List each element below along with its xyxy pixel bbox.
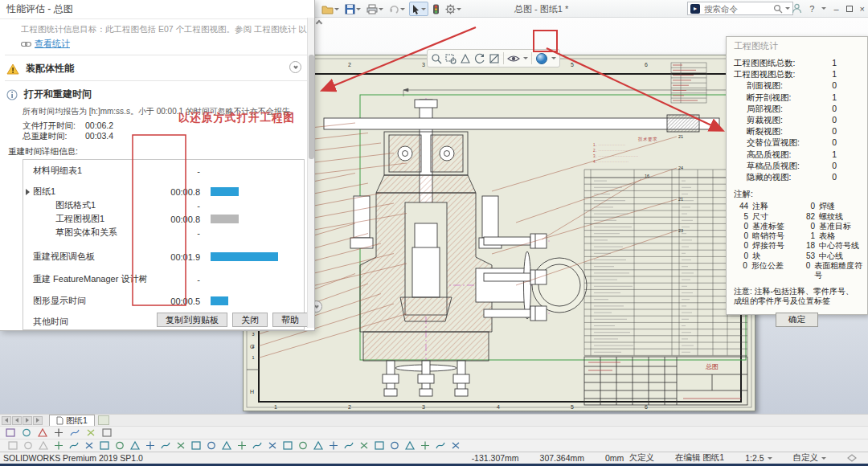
- ok-button[interactable]: 确定: [776, 313, 818, 327]
- help-caret-icon[interactable]: [821, 7, 826, 10]
- format-tool-icon-5[interactable]: [68, 427, 81, 439]
- search-options-caret-icon[interactable]: [785, 7, 790, 10]
- options-gear-icon[interactable]: [444, 2, 463, 16]
- svg-text:2: 2: [252, 344, 254, 349]
- view-settings-sphere-icon[interactable]: [535, 52, 548, 65]
- drawing-sheet[interactable]: 112233445566GH: [243, 55, 755, 411]
- rebuild-time-row[interactable]: 图形显示时间 00:00.5: [23, 294, 304, 308]
- drawing-tool-icon-1[interactable]: [6, 439, 19, 452]
- close-button[interactable]: 关闭: [232, 313, 268, 327]
- rebuild-time-row[interactable]: 工程图视图1 00:00.8: [23, 212, 304, 226]
- drawing-tool-icon-13[interactable]: [190, 439, 203, 452]
- drawing-tool-icon-8[interactable]: [113, 439, 126, 452]
- rebuild-time-row[interactable]: 图纸1 00:00.8: [23, 185, 304, 198]
- drawing-tool-icon-24[interactable]: [358, 439, 371, 452]
- assembly-performance-section[interactable]: 装配体性能: [6, 62, 308, 76]
- drawing-tool-icon-3[interactable]: [37, 439, 50, 452]
- svg-text:H: H: [250, 389, 254, 394]
- scrollbar-thumb[interactable]: [309, 55, 314, 159]
- command-search[interactable]: ▸: [687, 2, 793, 15]
- drawing-tool-icon-23[interactable]: [342, 439, 355, 452]
- last-sheet-icon[interactable]: [33, 416, 43, 425]
- drawing-tool-icon-12[interactable]: [174, 439, 187, 452]
- hide-show-items-eye-icon[interactable]: [507, 54, 520, 63]
- drawing-tool-icon-9[interactable]: [129, 439, 141, 452]
- zoom-fit-icon[interactable]: [431, 53, 442, 64]
- format-tool-icon-6[interactable]: [84, 427, 97, 439]
- drawing-tool-icon-15[interactable]: [220, 439, 233, 452]
- drawing-tool-icon-20[interactable]: [297, 439, 309, 452]
- drawing-tool-icon-28[interactable]: [419, 439, 432, 452]
- zoom-area-icon[interactable]: [445, 53, 457, 64]
- open-icon[interactable]: [320, 2, 341, 16]
- drawing-tool-icon-22[interactable]: [327, 439, 340, 452]
- zoom-selection-icon[interactable]: [460, 53, 471, 64]
- drawing-tool-icon-25[interactable]: [373, 439, 386, 452]
- rebuild-time-row[interactable]: 材料明细表1 -: [23, 164, 304, 178]
- status-bar: SOLIDWORKS Premium 2019 SP1.0 -131.307mm…: [0, 452, 868, 464]
- stats-panel-title: 工程图统计: [727, 37, 867, 57]
- format-tool-icon-7[interactable]: [100, 427, 113, 439]
- sheet-tab[interactable]: 图纸1: [49, 415, 95, 427]
- tags-icon[interactable]: [847, 454, 857, 462]
- add-sheet-icon[interactable]: [98, 415, 109, 425]
- search-input[interactable]: [702, 3, 771, 14]
- minimize-button[interactable]: –: [833, 4, 838, 14]
- login-user-icon[interactable]: [792, 3, 802, 14]
- drawing-tool-icon-17[interactable]: [251, 439, 264, 452]
- format-tool-icon-2[interactable]: [20, 427, 33, 439]
- help-button[interactable]: ?: [809, 4, 814, 14]
- save-icon[interactable]: [343, 2, 362, 16]
- expander-icon[interactable]: [26, 189, 30, 195]
- time-bar: [211, 187, 239, 196]
- eye-caret-icon[interactable]: [523, 57, 528, 59]
- first-sheet-icon[interactable]: [2, 416, 11, 425]
- sphere-caret-icon[interactable]: [551, 57, 556, 59]
- drawing-tool-icon-14[interactable]: [205, 439, 218, 452]
- section-expand-icon[interactable]: [289, 61, 301, 73]
- rebuild-time-row[interactable]: 重建视图调色板 00:01.9: [23, 250, 304, 264]
- view-statistics-link[interactable]: 查看统计: [21, 38, 308, 50]
- commandmanager-collapse-icon[interactable]: [316, 20, 322, 27]
- dialog-scrollbar[interactable]: [307, 18, 314, 328]
- rebuild-time-row[interactable]: 草图实体和关系 -: [23, 226, 304, 239]
- drawing-tool-icon-19[interactable]: [281, 439, 294, 452]
- print-icon[interactable]: [365, 2, 385, 16]
- notes-line: 4. ···················: [593, 159, 702, 165]
- magnifier-icon[interactable]: [773, 4, 783, 14]
- drawing-canvas[interactable]: 112233445566GH: [243, 55, 755, 411]
- restore-button[interactable]: [846, 6, 853, 12]
- drawing-tool-icon-29[interactable]: [434, 439, 447, 452]
- prev-sheet-icon[interactable]: [12, 416, 22, 425]
- svg-text:5: 5: [571, 62, 574, 67]
- previous-view-icon[interactable]: [474, 53, 485, 64]
- close-button[interactable]: ×: [860, 4, 865, 14]
- drawing-tool-icon-6[interactable]: [83, 439, 96, 452]
- drawing-tool-icon-2[interactable]: [22, 439, 35, 452]
- help-button[interactable]: 帮助: [272, 313, 308, 327]
- format-tool-icon-1[interactable]: [4, 427, 17, 439]
- format-tool-icon-3[interactable]: [36, 427, 49, 439]
- drawing-tool-icon-4[interactable]: [52, 439, 65, 452]
- undo-icon[interactable]: [387, 2, 407, 16]
- drawing-tool-icon-27[interactable]: [403, 439, 416, 452]
- drawing-tool-icon-21[interactable]: [312, 439, 325, 452]
- drawing-tool-icon-18[interactable]: [266, 439, 279, 452]
- section-view-icon[interactable]: [489, 53, 500, 64]
- drawing-tool-icon-11[interactable]: [159, 439, 172, 452]
- drawing-tool-icon-16[interactable]: [235, 439, 248, 452]
- drawing-tool-icon-7[interactable]: [98, 439, 111, 452]
- sheet-scale[interactable]: 1:2.5: [745, 453, 772, 463]
- rebuild-time-row[interactable]: 图纸格式1 -: [23, 198, 304, 212]
- rebuild-time-row[interactable]: 重建 FeatureManager 设计树 -: [23, 272, 304, 286]
- drawing-tool-icon-30[interactable]: [449, 439, 462, 452]
- next-sheet-icon[interactable]: [23, 416, 32, 425]
- drawing-tool-icon-10[interactable]: [144, 439, 157, 452]
- units-selector[interactable]: 自定义: [793, 452, 827, 464]
- format-tool-icon-4[interactable]: [52, 427, 65, 439]
- rebuild-traffic-light-icon[interactable]: [431, 2, 441, 16]
- select-arrow-icon[interactable]: [409, 2, 428, 16]
- drawing-tool-icon-5[interactable]: [68, 439, 80, 452]
- drawing-tool-icon-26[interactable]: [388, 439, 401, 452]
- copy-to-clipboard-button[interactable]: 复制到剪贴板: [157, 313, 227, 327]
